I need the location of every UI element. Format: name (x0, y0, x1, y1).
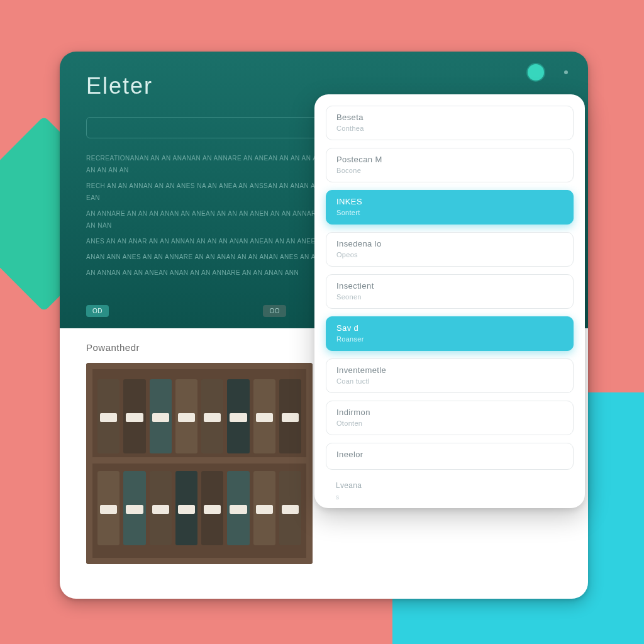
book-spine (123, 471, 145, 545)
panel-item-subtitle: Conthea (336, 125, 563, 132)
menu-dot-icon[interactable] (564, 70, 568, 74)
panel-item-subtitle: Sontert (336, 209, 563, 216)
panel-trailing-title: Lveana (336, 481, 564, 490)
book-spine (123, 379, 145, 453)
book-spine (175, 379, 197, 453)
panel-item[interactable]: Inventemetle Coan tuctl (326, 358, 574, 393)
panel-item[interactable]: Insedena lo Opeos (326, 232, 574, 267)
panel-item-title: Postecan M (336, 155, 563, 164)
book-spine (97, 379, 119, 453)
hero-line: Recreationanan an an ananan an annare an… (86, 152, 324, 176)
book-spine (227, 379, 249, 453)
book-spine (150, 471, 172, 545)
panel-trailing: Lveana s (326, 477, 574, 502)
hero-footer: OD (86, 305, 109, 317)
book-spine (279, 379, 301, 453)
panel-item-title: Beseta (336, 113, 563, 122)
hero-line: Anes an an anar an an annan an an an ana… (86, 235, 324, 247)
book-spine (175, 471, 197, 545)
panel-item[interactable]: Ineelor (326, 443, 574, 470)
panel-item-subtitle: Otonten (336, 419, 563, 427)
book-spine (279, 471, 301, 545)
bookshelf-image (86, 363, 313, 564)
panel-trailing-sub: s (336, 494, 564, 501)
book-spine (201, 379, 223, 453)
panel-item-subtitle: Coan tuctl (336, 377, 563, 385)
hero-line: Anan ann anes an an annare an an anan an… (86, 251, 324, 263)
book-spine (227, 471, 249, 545)
book-spine (253, 379, 275, 453)
panel-item-title: Sav d (336, 323, 563, 333)
book-spine (150, 379, 172, 453)
book-spine (253, 471, 275, 545)
hero-body-text: Recreationanan an an ananan an annare an… (86, 152, 324, 279)
panel-item-title: Insedena lo (336, 239, 563, 248)
search-input[interactable] (86, 117, 333, 138)
panel-item-title: INKES (336, 197, 563, 206)
panel-item-title: Indirmon (336, 408, 563, 417)
panel-item-subtitle: Bocone (336, 167, 563, 174)
panel-item-subtitle: Opeos (336, 251, 563, 258)
panel-item-subtitle: Seonen (336, 293, 563, 301)
panel-item-title: Ineelor (336, 450, 563, 459)
panel-item[interactable]: Beseta Conthea (326, 106, 574, 140)
hero-line: Rech an an annan an an anes na an anea a… (86, 180, 324, 204)
hero-line: An annan an an anean anan an an annare a… (86, 267, 324, 279)
avatar[interactable] (528, 64, 544, 80)
panel-item-active[interactable]: Sav d Roanser (326, 316, 574, 351)
side-panel: Beseta Conthea Postecan M Bocone INKES S… (314, 94, 585, 508)
panel-item[interactable]: Postecan M Bocone (326, 148, 574, 182)
panel-item-active[interactable]: INKES Sontert (326, 190, 574, 225)
panel-item-subtitle: Roanser (336, 335, 563, 343)
panel-item[interactable]: Indirmon Otonten (326, 401, 574, 435)
panel-item[interactable]: Insectient Seonen (326, 274, 574, 309)
hero-line: An annare an an an anan an anean an an a… (86, 208, 324, 231)
hero-chip-alt[interactable]: OO (263, 305, 286, 317)
book-spine (201, 471, 223, 545)
book-spine (97, 471, 119, 545)
panel-item-title: Insectient (336, 281, 563, 291)
panel-item-title: Inventemetle (336, 365, 563, 375)
hero-chip[interactable]: OD (86, 305, 109, 317)
